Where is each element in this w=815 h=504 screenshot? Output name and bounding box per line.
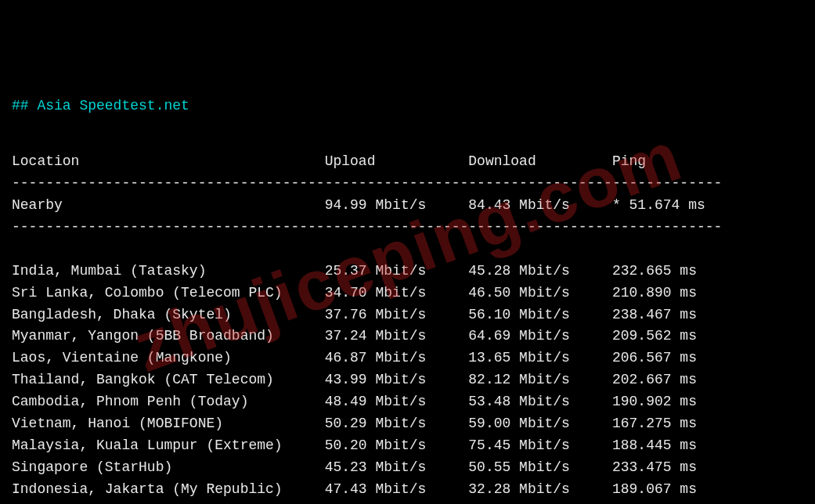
table-row: Thailand, Bangkok (CAT Telecom) 43.99 Mb…: [12, 369, 803, 391]
blank-line: [12, 239, 803, 261]
table-row: Myanmar, Yangon (5BB Broadband) 37.24 Mb…: [12, 326, 803, 347]
table-row: India, Mumbai (Tatasky) 25.37 Mbit/s 45.…: [12, 261, 803, 283]
table-row: Singapore (StarHub) 45.23 Mbit/s 50.55 M…: [12, 457, 803, 479]
section-title: ## Asia Speedtest.net: [12, 95, 803, 117]
table-row: Cambodia, Phnom Penh (Today) 48.49 Mbit/…: [12, 391, 803, 413]
table-row-header: Location Upload Download Ping: [12, 151, 803, 173]
table-row: Laos, Vientaine (Mangkone) 46.87 Mbit/s …: [12, 347, 803, 369]
divider: ----------------------------------------…: [12, 173, 803, 195]
table-row: Vietnam, Hanoi (MOBIFONE) 50.29 Mbit/s 5…: [12, 413, 803, 435]
table-row-nearby: Nearby 94.99 Mbit/s 84.43 Mbit/s * 51.67…: [12, 195, 803, 217]
table-row: Malaysia, Kuala Lumpur (Extreme) 50.20 M…: [12, 435, 803, 457]
table-row: Philippines, Manila (PLDT) 54.12 Mbit/s …: [12, 501, 803, 504]
table-row: Bangladesh, Dhaka (Skytel) 37.76 Mbit/s …: [12, 304, 803, 326]
table-row: Sri Lanka, Colombo (Telecom PLC) 34.70 M…: [12, 283, 803, 304]
speedtest-table: Location Upload Download Ping-----------…: [12, 151, 803, 504]
divider: ----------------------------------------…: [12, 217, 803, 239]
table-row: Indonesia, Jakarta (My Republic) 47.43 M…: [12, 479, 803, 501]
